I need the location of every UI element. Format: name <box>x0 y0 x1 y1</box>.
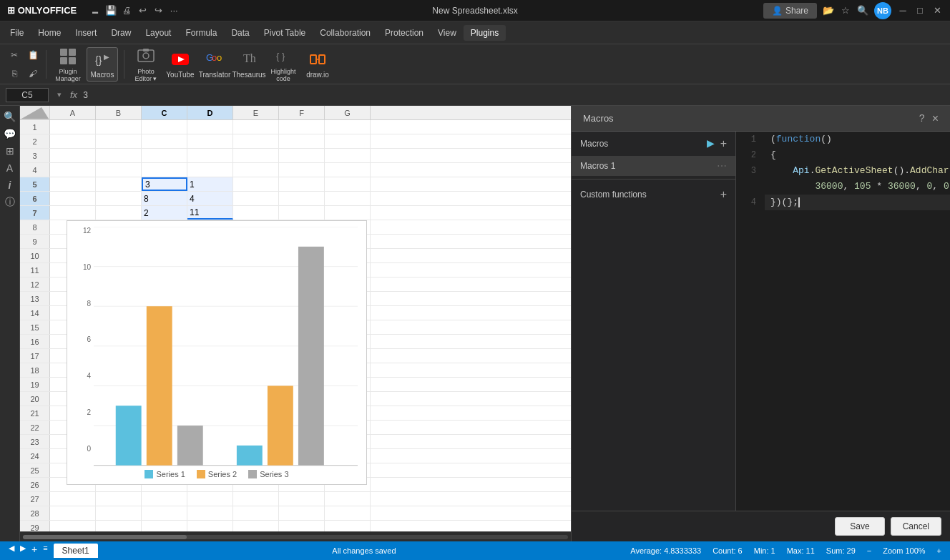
cell-e5[interactable] <box>233 177 279 191</box>
menu-home[interactable]: Home <box>31 25 68 41</box>
hscroll-thumb[interactable] <box>23 535 187 539</box>
cell-reference-input[interactable]: C5 <box>6 88 49 102</box>
cell-f2[interactable] <box>279 134 325 148</box>
menu-data[interactable]: Data <box>224 25 256 41</box>
col-header-d[interactable]: D <box>187 106 233 119</box>
sidebar-table-icon[interactable]: ⊞ <box>2 143 18 159</box>
editor-empty-space[interactable] <box>736 210 950 511</box>
cell-f1[interactable] <box>279 120 325 134</box>
menu-file[interactable]: File <box>3 25 31 41</box>
cell-b3[interactable] <box>96 149 142 162</box>
cell-e1[interactable] <box>233 120 279 134</box>
cell-d2[interactable] <box>187 134 233 148</box>
cell-g7[interactable] <box>325 206 371 220</box>
add-macro-icon[interactable]: + <box>720 137 727 150</box>
cell-b1[interactable] <box>96 120 142 134</box>
cell-b2[interactable] <box>96 134 142 148</box>
cell-a1[interactable] <box>50 120 96 134</box>
cell-g4[interactable] <box>325 163 371 177</box>
col-header-e[interactable]: E <box>233 106 279 119</box>
cell-c1[interactable] <box>142 120 187 134</box>
cell-f5[interactable] <box>279 177 325 191</box>
cell-a5[interactable] <box>50 177 96 191</box>
cut-icon[interactable]: ✂ <box>6 46 23 64</box>
cell-c2[interactable] <box>142 134 187 148</box>
cell-c6[interactable]: 8 <box>142 192 187 205</box>
open-location-icon[interactable]: 📂 <box>823 5 834 16</box>
print-icon[interactable]: 🖨 <box>121 5 132 16</box>
menu-pivot-table[interactable]: Pivot Table <box>257 25 313 41</box>
minimize-icon[interactable]: 🗕 <box>89 5 101 16</box>
menu-layout[interactable]: Layout <box>138 25 178 41</box>
code-editor[interactable]: 1 (function() 2 { 3 Api.GetActiveSheet()… <box>736 132 950 511</box>
next-sheet-icon[interactable]: ▶ <box>20 544 26 558</box>
macros-item-menu-icon[interactable]: ⋯ <box>717 160 727 172</box>
sheet-tab-1[interactable]: Sheet1 <box>54 544 98 558</box>
sidebar-search-icon[interactable]: 🔍 <box>2 109 18 124</box>
cell-d4[interactable] <box>187 163 233 177</box>
macros-help-icon[interactable]: ? <box>919 112 925 125</box>
cell-g3[interactable] <box>325 149 371 162</box>
cell-b5[interactable] <box>96 177 142 191</box>
cell-f6[interactable] <box>279 192 325 205</box>
cell-b4[interactable] <box>96 163 142 177</box>
save-macro-button[interactable]: Save <box>835 517 884 536</box>
sidebar-format-icon[interactable]: A <box>2 160 18 176</box>
cell-f3[interactable] <box>279 149 325 162</box>
menu-protection[interactable]: Protection <box>378 25 431 41</box>
cell-b6[interactable] <box>96 192 142 205</box>
paste-icon[interactable]: 📋 <box>24 46 41 64</box>
horizontal-scrollbar[interactable] <box>20 531 571 541</box>
youtube-button[interactable]: YouTube <box>165 47 196 82</box>
prev-sheet-icon[interactable]: ◀ <box>9 544 14 558</box>
cell-b7[interactable] <box>96 206 142 220</box>
drawio-button[interactable]: draw.io <box>302 47 333 82</box>
cell-a4[interactable] <box>50 163 96 177</box>
macros-button[interactable]: {} ▶ Macros <box>87 47 118 82</box>
cell-g5[interactable] <box>325 177 371 191</box>
undo-icon[interactable]: ↩ <box>137 5 148 16</box>
add-custom-fn-icon[interactable]: + <box>720 188 727 201</box>
search-icon[interactable]: 🔍 <box>857 5 868 16</box>
cell-g6[interactable] <box>325 192 371 205</box>
cell-a3[interactable] <box>50 149 96 162</box>
menu-draw[interactable]: Draw <box>104 25 138 41</box>
col-header-f[interactable]: F <box>279 106 325 119</box>
window-minimize-icon[interactable]: ─ <box>897 5 909 16</box>
cell-d1[interactable] <box>187 120 233 134</box>
add-sheet-icon[interactable]: + <box>31 544 37 558</box>
col-header-c[interactable]: C <box>142 106 187 119</box>
window-maximize-icon[interactable]: □ <box>914 5 926 16</box>
cell-e6[interactable] <box>233 192 279 205</box>
cell-c5[interactable]: 3 <box>142 177 187 191</box>
cell-d3[interactable] <box>187 149 233 162</box>
thesaurus-button[interactable]: Th Thesaurus <box>233 47 265 82</box>
bookmark-icon[interactable]: ☆ <box>840 5 851 16</box>
zoom-in-icon[interactable]: + <box>937 546 941 555</box>
cell-e7[interactable] <box>233 206 279 220</box>
photo-editor-button[interactable]: PhotoEditor ▾ <box>130 47 162 82</box>
cell-c3[interactable] <box>142 149 187 162</box>
cancel-macro-button[interactable]: Cancel <box>891 517 941 536</box>
cell-e4[interactable] <box>233 163 279 177</box>
col-header-a[interactable]: A <box>50 106 96 119</box>
zoom-out-icon[interactable]: − <box>867 546 871 555</box>
chart-container[interactable]: 12 10 8 6 4 2 0 <box>67 220 367 485</box>
cell-f7[interactable] <box>279 206 325 220</box>
cell-c4[interactable] <box>142 163 187 177</box>
cell-g1[interactable] <box>325 120 371 134</box>
cell-g2[interactable] <box>325 134 371 148</box>
cell-c7[interactable]: 2 <box>142 206 187 220</box>
menu-formula[interactable]: Formula <box>178 25 224 41</box>
run-macro-icon[interactable]: ▶ <box>707 137 715 150</box>
sidebar-info-icon[interactable]: ⓘ <box>2 195 18 210</box>
cell-a6[interactable] <box>50 192 96 205</box>
menu-collaboration[interactable]: Collaboration <box>313 25 378 41</box>
cell-a2[interactable] <box>50 134 96 148</box>
macros-close-icon[interactable]: × <box>932 112 939 125</box>
save-icon[interactable]: 💾 <box>105 5 117 16</box>
sidebar-chat-icon[interactable]: 💬 <box>2 126 18 142</box>
formula-input[interactable]: 3 <box>83 90 944 100</box>
macros-item-1[interactable]: Macros 1 ⋯ <box>572 156 735 176</box>
menu-insert[interactable]: Insert <box>68 25 104 41</box>
